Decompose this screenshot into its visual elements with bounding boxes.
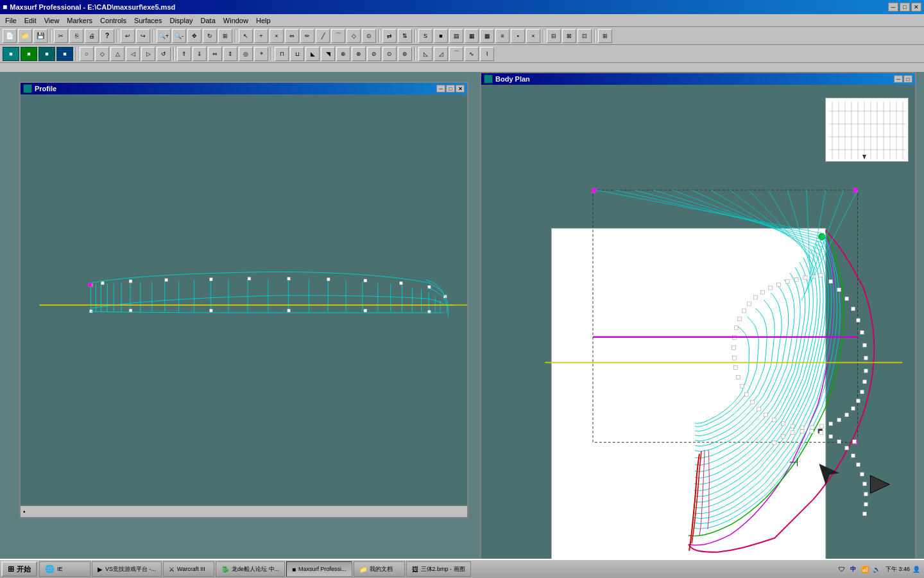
taskbar-item-warcraft[interactable]: ⚔ Warcraft III [163,561,214,577]
tb-s4[interactable]: ▦ [465,29,479,43]
tb-export1[interactable]: ⇑ [177,47,191,61]
svg-rect-102 [740,384,744,388]
taskbar-item-documents[interactable]: 📁 我的文档 [354,561,405,577]
tb-arrows[interactable]: ⇄ [382,29,397,43]
tb-shape4[interactable]: ◥ [321,47,335,61]
tb-tool2[interactable]: ◿ [434,47,448,61]
tb-tool4[interactable]: ∿ [465,47,479,61]
tb-options1[interactable]: ○ [80,47,94,61]
tb-view-top[interactable]: ■ [56,47,73,61]
tb-tool1[interactable]: ◺ [418,47,432,61]
profile-maximize[interactable]: □ [446,85,455,92]
tb-arrows2[interactable]: ⇅ [398,29,412,43]
tb-options6[interactable]: ↺ [157,47,171,61]
start-button[interactable]: ⊞ 开始 [1,561,37,577]
tb-export5[interactable]: ◎ [239,47,253,61]
tb-line[interactable]: ╱ [316,29,330,43]
tb-s6[interactable]: ≡ [495,29,509,43]
bodyplan-minimize[interactable]: ─ [894,75,903,83]
tb-options3[interactable]: △ [110,47,124,61]
tb-shape2[interactable]: ⊔ [290,47,304,61]
svg-rect-117 [794,277,798,281]
tb-options4[interactable]: ◁ [126,47,140,61]
menu-edit[interactable]: Edit [21,15,40,26]
tb-shape9[interactable]: ⊚ [398,47,412,61]
tb-shape8[interactable]: ⊙ [382,47,397,61]
tb-delete[interactable]: × [270,29,284,43]
tb-shape3[interactable]: ◣ [305,47,320,61]
taskbar-item-vs[interactable]: ▶ VS竞技游戏平台 -... [92,561,162,577]
tb-tool3[interactable]: ⌒ [449,47,463,61]
tb-rotate[interactable]: ↻ [203,29,217,43]
tb-open[interactable]: 📁 [18,29,32,43]
taskbar-item-internet[interactable]: 🌐 IE [39,561,90,577]
menu-file[interactable]: File [1,15,21,26]
tb-s10[interactable]: ⊠ [562,29,576,43]
taskbar-item-paint[interactable]: 🖼 三体2.bmp - 画图 [406,561,471,577]
tb-move[interactable]: ⇔ [285,29,299,43]
tb-view-front[interactable]: ■ [21,47,37,61]
tb-shape7[interactable]: ⊘ [367,47,381,61]
menu-surfaces[interactable]: Surfaces [130,15,166,26]
tb-shape6[interactable]: ⊗ [352,47,366,61]
tb-options5[interactable]: ▷ [141,47,155,61]
tb-s9[interactable]: ⊟ [547,29,561,43]
menu-data[interactable]: Data [197,15,219,26]
tb-export4[interactable]: ⇕ [223,47,237,61]
maximize-button[interactable]: □ [900,3,910,12]
tb-s2[interactable]: ■ [434,29,448,43]
tb-save[interactable]: 💾 [33,29,47,43]
taskbar-item-forum[interactable]: 🐉 龙de船人论坛 中... [216,561,285,577]
tb-draw[interactable]: ✏ [300,29,314,43]
sep8 [594,30,595,42]
bodyplan-titlebar[interactable]: Body Plan ─ □ [481,73,915,85]
tb-zoom-in[interactable]: 🔍+ [157,29,171,43]
profile-titlebar[interactable]: Profile ─ □ ✕ [21,83,467,94]
tb-redo[interactable]: ↪ [136,29,150,43]
tb-tool5[interactable]: ⌇ [480,47,494,61]
menu-view[interactable]: View [40,15,64,26]
tb-curve[interactable]: ⌒ [331,29,345,43]
tb-grid[interactable]: ⊞ [598,29,612,43]
tb-s7[interactable]: ▪ [511,29,525,43]
close-button[interactable]: ✕ [911,3,921,12]
tb-cut[interactable]: ✂ [54,29,68,43]
tb-knot[interactable]: ⊙ [362,29,376,43]
tb-add[interactable]: + [254,29,268,43]
profile-minimize[interactable]: ─ [436,85,445,92]
bodyplan-maximize[interactable]: □ [903,75,912,83]
tb-s3[interactable]: ▤ [449,29,463,43]
tb-options2[interactable]: ◇ [95,47,109,61]
tb-s8[interactable]: × [526,29,540,43]
tb-new[interactable]: 📄 [3,29,17,43]
tb-fit[interactable]: ⊞ [218,29,232,43]
tb-export2[interactable]: ⇓ [193,47,207,61]
tb-node[interactable]: ◇ [346,29,361,43]
menu-markers[interactable]: Markers [63,15,96,26]
tb-select[interactable]: ↖ [239,29,253,43]
menu-help[interactable]: Help [252,15,275,26]
minimize-button[interactable]: ─ [888,3,898,12]
tb-shape1[interactable]: ⊓ [275,47,289,61]
tb-print[interactable]: 🖨 [85,29,99,43]
tb-export6[interactable]: ⌖ [254,47,268,61]
tb-export3[interactable]: ⇔ [208,47,222,61]
tb-zoom-out[interactable]: 🔍- [172,29,186,43]
svg-rect-39 [400,281,403,285]
tb-shape5[interactable]: ⊕ [336,47,350,61]
tb-pan[interactable]: ✥ [187,29,201,43]
menu-window[interactable]: Window [219,15,252,26]
tb-copy[interactable]: ⎘ [69,29,83,43]
taskbar-item-maxsurf[interactable]: ■ Maxsurf Professi... [286,561,352,577]
tb-help[interactable]: ? [100,29,114,43]
profile-close[interactable]: ✕ [456,85,465,92]
start-label: 开始 [17,565,31,574]
tb-s5[interactable]: ▩ [480,29,494,43]
tb-undo[interactable]: ↩ [121,29,135,43]
tb-view-side[interactable]: ■ [38,47,55,61]
tb-s1[interactable]: S [418,29,432,43]
tb-s11[interactable]: ⊡ [578,29,592,43]
menu-display[interactable]: Display [166,15,196,26]
menu-controls[interactable]: Controls [96,15,130,26]
tb-view-3d[interactable]: ■ [3,47,19,61]
